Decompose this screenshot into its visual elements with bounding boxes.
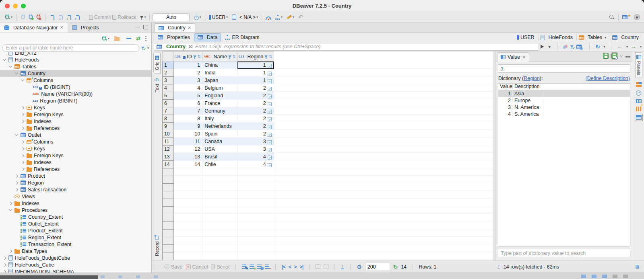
tree-item-data-types[interactable]: Data Types bbox=[0, 248, 151, 254]
row-number-cell[interactable]: 13 bbox=[163, 153, 174, 161]
column-filter-icon[interactable] bbox=[193, 55, 196, 58]
rollback-button[interactable]: Rollback bbox=[111, 13, 137, 21]
column-header-region[interactable]: 123Region⇅ bbox=[237, 52, 274, 62]
tree-item-id-bigint-[interactable]: 123ID (BIGINT) bbox=[0, 84, 151, 90]
row-number-cell[interactable]: 9 bbox=[163, 123, 174, 130]
dictionary-table[interactable]: Value Description 1Asia2Europe3N. Americ… bbox=[498, 83, 630, 246]
open-reference-icon[interactable]: ↗ bbox=[268, 163, 272, 167]
cell-id[interactable]: 14 bbox=[174, 161, 202, 168]
transaction-log-button[interactable]: ▾ bbox=[139, 13, 147, 21]
cell-id[interactable]: 6 bbox=[174, 100, 202, 107]
sidebar-new-connection-button[interactable]: + ▾ bbox=[100, 34, 110, 42]
minimize-view-button[interactable] bbox=[135, 25, 140, 28]
aggregate-panel-icon[interactable] bbox=[636, 90, 641, 96]
refresh-icon[interactable]: ↻ bbox=[595, 43, 600, 50]
expander-icon[interactable] bbox=[15, 174, 18, 177]
open-reference-icon[interactable]: ↗ bbox=[268, 102, 272, 106]
last-row-button[interactable]: >| bbox=[300, 264, 303, 270]
expander-icon[interactable] bbox=[21, 113, 24, 116]
cell-region[interactable]: 2↗ bbox=[237, 84, 274, 92]
custom-filter-icon[interactable] bbox=[188, 44, 193, 49]
tab-database-navigator[interactable]: Database Navigator ✕ bbox=[0, 23, 68, 33]
zoom-cell-button[interactable] bbox=[324, 265, 328, 269]
open-sql-editor-button[interactable]: ➝ bbox=[57, 13, 65, 21]
tree-item-indexes[interactable]: Indexes bbox=[0, 200, 151, 207]
row-number-cell[interactable]: 10 bbox=[163, 130, 174, 138]
previous-row-button[interactable]: < bbox=[289, 264, 291, 270]
grouping-panel-icon[interactable] bbox=[636, 107, 642, 111]
table-row[interactable]: 1414Chile4↗ bbox=[163, 161, 274, 168]
column-header-name[interactable]: ABCName⇅ bbox=[202, 52, 237, 62]
tab-panels[interactable]: Panels bbox=[635, 52, 642, 78]
notifications-icon[interactable]: 🗎 bbox=[635, 264, 640, 270]
breadcrumb-user[interactable]: USER bbox=[515, 35, 537, 40]
auto-save-value-icon[interactable] bbox=[611, 53, 617, 59]
fetch-size-input[interactable] bbox=[365, 263, 390, 271]
tree-item-product-extent[interactable]: Product_Extent bbox=[0, 227, 151, 234]
open-reference-icon[interactable]: ↗ bbox=[268, 79, 272, 83]
value-input[interactable] bbox=[498, 66, 630, 72]
tree-item-keys[interactable]: Keys bbox=[0, 104, 151, 111]
refresh-count-icon[interactable]: ↻ bbox=[393, 264, 398, 270]
cell-name[interactable]: Germany bbox=[202, 107, 237, 115]
maximize-view-button[interactable] bbox=[143, 25, 148, 29]
duplicate-row-button[interactable]: ⊕ bbox=[257, 265, 262, 269]
save-filter-icon[interactable] bbox=[570, 45, 574, 48]
cell-id[interactable]: 3 bbox=[174, 77, 202, 84]
table-row[interactable]: 99Netherlands2↗ bbox=[163, 123, 274, 130]
row-number-cell[interactable]: 11 bbox=[163, 138, 174, 146]
column-filter-icon[interactable] bbox=[264, 55, 268, 58]
cell-name[interactable]: Canada bbox=[202, 138, 237, 146]
filter-history-dropdown-icon[interactable]: ▼ bbox=[547, 45, 551, 49]
breadcrumb-country[interactable]: Country bbox=[610, 35, 641, 40]
expander-icon[interactable] bbox=[15, 181, 18, 184]
tree-item-product[interactable]: Product bbox=[0, 172, 151, 179]
cell-id[interactable]: 5 bbox=[174, 92, 202, 100]
tree-item-references[interactable]: References bbox=[0, 125, 151, 131]
compare-button[interactable]: ▾ bbox=[286, 13, 295, 21]
close-icon[interactable]: ✕ bbox=[60, 25, 63, 30]
tree-item-holefoods-cube[interactable]: HoleFoods_Cube bbox=[0, 261, 151, 268]
grid-settings-gear-icon[interactable]: ⚙ bbox=[357, 264, 362, 270]
expander-icon[interactable] bbox=[21, 78, 24, 81]
cell-name[interactable]: India bbox=[202, 69, 237, 77]
new-connection-button[interactable]: + ▾ bbox=[3, 13, 13, 21]
new-sql-editor-button[interactable]: + bbox=[65, 13, 74, 21]
open-reference-icon[interactable]: ↗ bbox=[268, 140, 272, 144]
active-schema-button[interactable]: < N/A > ▾ bbox=[231, 13, 259, 21]
dictionary-region-link[interactable]: Region bbox=[524, 76, 540, 81]
cell-region[interactable]: 2↗ bbox=[237, 130, 274, 138]
er-diagram-button[interactable]: ▾ bbox=[275, 13, 283, 21]
edit-value-button[interactable]: ✎ bbox=[242, 265, 246, 269]
cell-name[interactable]: China bbox=[202, 62, 237, 69]
collapse-all-button[interactable] bbox=[126, 34, 132, 42]
table-row[interactable]: 33Japan1↗ bbox=[163, 77, 274, 84]
cancel-button[interactable]: ✕ Cancel bbox=[186, 264, 208, 270]
tab-er-diagram[interactable]: ER Diagram bbox=[222, 34, 262, 41]
open-reference-icon[interactable]: ↗ bbox=[268, 94, 272, 98]
clear-filter-icon[interactable] bbox=[563, 44, 568, 49]
view-menu-icon[interactable]: ▽ bbox=[620, 54, 623, 58]
minimize-panel-button[interactable] bbox=[625, 54, 630, 57]
cell-id[interactable]: 7 bbox=[174, 107, 202, 115]
expander-icon[interactable] bbox=[9, 201, 12, 205]
cell-name[interactable]: England bbox=[202, 92, 237, 100]
cell-region[interactable]: 2↗ bbox=[237, 107, 274, 115]
table-row[interactable]: 22India1↗ bbox=[163, 69, 274, 77]
active-database-button[interactable]: USER ▾ bbox=[208, 13, 229, 21]
expander-icon[interactable] bbox=[3, 270, 6, 273]
sql-editor-button[interactable] bbox=[48, 13, 57, 21]
data-grid[interactable]: 123ID⇅ABCName⇅123Region⇅11China1↗22India… bbox=[162, 51, 274, 260]
tab-value[interactable]: Value ✕ bbox=[497, 52, 529, 62]
search-button[interactable] bbox=[608, 13, 615, 21]
tree-item-information-schema[interactable]: INFORMATION_SCHEMA bbox=[0, 268, 151, 273]
column-header-id[interactable]: 123ID⇅ bbox=[174, 52, 202, 62]
tree-item-references[interactable]: References bbox=[0, 166, 151, 172]
tree-item-views[interactable]: Views bbox=[0, 193, 151, 200]
cell-region[interactable]: 4↗ bbox=[237, 161, 274, 168]
expander-icon[interactable] bbox=[15, 71, 18, 74]
cell-id[interactable]: 10 bbox=[174, 130, 202, 138]
open-reference-icon[interactable]: ↗ bbox=[268, 125, 272, 129]
open-reference-icon[interactable]: ↗ bbox=[268, 148, 272, 152]
open-reference-icon[interactable]: ↗ bbox=[268, 133, 272, 137]
